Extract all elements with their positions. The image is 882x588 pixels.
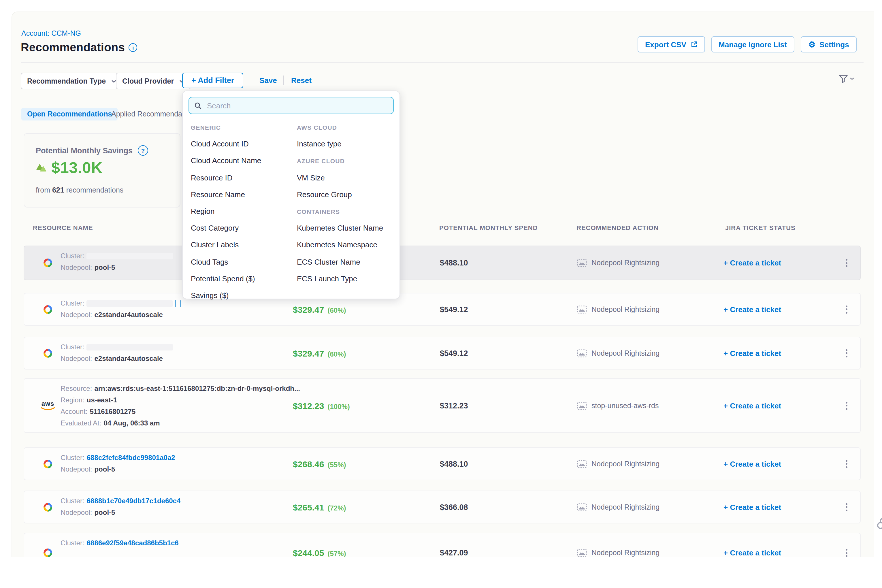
filter-option[interactable]: Resource Group	[297, 186, 395, 203]
create-ticket-button[interactable]: + Create a ticket	[723, 502, 781, 512]
filter-option[interactable]: ECS Cluster Name	[297, 254, 395, 270]
tab-open-recommendations[interactable]: Open Recommendations	[21, 108, 118, 120]
kebab-menu-button[interactable]	[842, 502, 850, 512]
help-chat-button[interactable]	[876, 516, 882, 532]
savings-value: $13.0K	[51, 159, 103, 177]
provider-icon-cell	[40, 501, 56, 513]
resource-cell: Cluster:6888b1c70e49db17c1de60c4Nodepool…	[60, 495, 180, 518]
export-csv-button[interactable]: Export CSV	[638, 36, 705, 52]
resource-line-label: Account:	[60, 408, 87, 416]
filter-option[interactable]: Resource Name	[191, 186, 297, 203]
filter-option[interactable]: Resource ID	[191, 169, 297, 186]
filter-search-input[interactable]	[206, 100, 388, 110]
filter-option[interactable]: Cluster Labels	[191, 237, 297, 254]
filter-option[interactable]: Instance type	[297, 135, 395, 152]
cluster-link[interactable]: 6886e92f59a48cad86b5b1c6	[87, 539, 179, 547]
gcp-icon	[41, 547, 55, 557]
savings-card-title: Potential Monthly Savings	[36, 146, 133, 155]
cluster-link-fragment	[175, 300, 181, 307]
kebab-menu-button[interactable]	[842, 400, 850, 411]
table-row[interactable]: Cluster:6886e92f59a48cad86b5b1c6 $244.05…	[24, 532, 861, 557]
table-row[interactable]: Cluster:688c2fefc84fbdc99801a0a2Nodepool…	[24, 447, 861, 480]
redacted-cluster-name	[87, 254, 173, 260]
filter-option[interactable]: Cloud Tags	[191, 254, 297, 270]
table-row[interactable]: Cluster:Nodepool:e2standar4autoscale $32…	[24, 337, 861, 369]
recommendation-type-filter-chip[interactable]: Recommendation Type	[21, 73, 123, 89]
gear-icon: ⚙	[808, 40, 815, 48]
recommendation-count: 621	[52, 186, 64, 194]
create-ticket-button[interactable]: + Create a ticket	[723, 305, 781, 314]
filter-option[interactable]: ECS Launch Type	[297, 270, 395, 287]
filter-option[interactable]: Cloud Account Name	[191, 153, 297, 169]
create-ticket-button[interactable]: + Create a ticket	[723, 459, 781, 468]
main-canvas: Account: CCM-NG Recommendations i Export…	[12, 12, 874, 557]
filter-option[interactable]: Kubernetes Cluster Name	[297, 220, 395, 236]
gcp-icon	[41, 501, 55, 513]
settings-button[interactable]: ⚙ Settings	[801, 36, 856, 52]
recommendations-table: Cluster:Nodepool:pool-5 $488.10 Nodepool…	[24, 246, 861, 557]
resource-line-value: pool-5	[94, 264, 115, 272]
filter-group-header: GENERIC	[191, 119, 297, 135]
filter-option[interactable]: Savings ($)	[191, 287, 297, 304]
kebab-menu-button[interactable]	[842, 304, 850, 315]
filter-option[interactable]: Cost Category	[191, 220, 297, 236]
filter-option[interactable]: VM Size	[297, 169, 395, 186]
monthly-savings-cell: $265.41 (72%)	[293, 502, 346, 512]
gcp-icon	[41, 458, 55, 470]
table-row[interactable]: Cluster:6888b1c70e49db17c1de60c4Nodepool…	[24, 490, 861, 524]
savings-amount: $268.46	[293, 459, 324, 469]
kebab-menu-button[interactable]	[842, 459, 850, 469]
header-divider	[21, 62, 864, 63]
filter-option[interactable]: Kubernetes Namespace	[297, 237, 395, 254]
kebab-menu-button[interactable]	[842, 258, 850, 268]
kebab-menu-button[interactable]	[842, 548, 850, 557]
create-ticket-button[interactable]: + Create a ticket	[723, 401, 781, 410]
info-icon[interactable]: i	[129, 43, 138, 52]
resource-cell: Cluster:Nodepool:e2standar4autoscale	[60, 341, 173, 364]
resource-line-value: pool-5	[94, 508, 115, 516]
filter-option[interactable]: Potential Spend ($)	[191, 270, 297, 287]
potential-spend-cell: $488.10	[440, 258, 468, 267]
manage-ignore-list-button[interactable]: Manage Ignore List	[711, 36, 794, 52]
recommendation-icon	[577, 549, 587, 557]
cluster-link[interactable]: 6888b1c70e49db17c1de60c4	[87, 497, 181, 505]
cluster-link[interactable]: 688c2fefc84fbdc99801a0a2	[87, 454, 175, 462]
resource-line-label: Region:	[60, 396, 84, 404]
recommended-action-cell: Nodepool Rightsizing	[577, 503, 660, 511]
filter-option[interactable]: Cloud Account ID	[191, 135, 297, 152]
account-breadcrumb[interactable]: Account: CCM-NG	[21, 29, 81, 38]
redacted-cluster-name	[87, 301, 173, 307]
resource-line-label: Cluster:	[60, 497, 84, 505]
create-ticket-button[interactable]: + Create a ticket	[723, 349, 781, 357]
filter-search-box[interactable]	[189, 97, 394, 114]
add-filter-button[interactable]: + Add Filter	[182, 73, 243, 88]
monthly-savings-cell: $312.23 (100%)	[293, 400, 350, 411]
resource-cell: Cluster:Nodepool:e2standar4autoscale	[60, 297, 181, 321]
resource-line-label: Nodepool:	[60, 508, 92, 516]
redacted-cluster-name	[87, 345, 173, 351]
save-filter-button[interactable]: Save	[260, 73, 277, 88]
reset-filter-button[interactable]: Reset	[291, 73, 312, 88]
cloud-provider-filter-chip[interactable]: Cloud Provider	[116, 73, 190, 89]
potential-spend-cell: $549.12	[440, 305, 468, 314]
funnel-icon	[838, 74, 849, 84]
filter-option[interactable]: Region	[191, 203, 297, 220]
resource-cell: Cluster:6886e92f59a48cad86b5b1c6	[60, 537, 179, 549]
chat-bubbles-icon	[876, 516, 882, 530]
resource-line-value: pool-5	[94, 465, 115, 473]
kebab-menu-button[interactable]	[842, 348, 850, 358]
filter-panel-button[interactable]	[838, 74, 854, 84]
table-row[interactable]: Cluster:Nodepool:e2standar4autoscale $32…	[24, 293, 861, 326]
help-icon[interactable]: ?	[138, 145, 148, 156]
resource-line-label: Nodepool:	[60, 264, 92, 272]
monthly-savings-cell: $329.47 (60%)	[293, 348, 346, 358]
chevron-down-icon	[111, 79, 116, 83]
create-ticket-button[interactable]: + Create a ticket	[723, 549, 781, 557]
create-ticket-button[interactable]: + Create a ticket	[723, 258, 781, 267]
recommended-action-label: Nodepool Rightsizing	[591, 503, 660, 511]
table-row[interactable]: aws Resource:arn:aws:rds:us-east-1:51161…	[24, 378, 861, 433]
search-icon	[194, 102, 202, 109]
monthly-savings-cell: $244.05 (57%)	[293, 548, 346, 557]
table-row[interactable]: Cluster:Nodepool:pool-5 $488.10 Nodepool…	[24, 246, 861, 280]
recommendation-icon	[577, 503, 587, 511]
